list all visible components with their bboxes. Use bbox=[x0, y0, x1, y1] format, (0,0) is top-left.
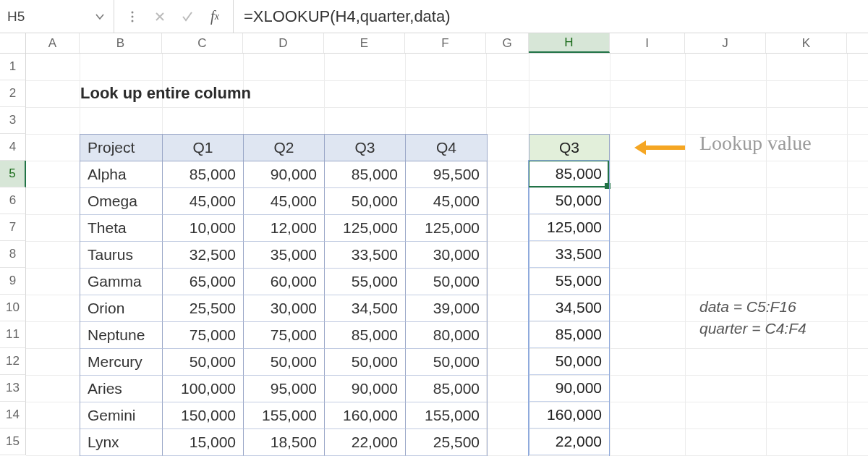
table-cell[interactable]: 34,500 bbox=[325, 295, 406, 322]
chevron-down-icon[interactable] bbox=[90, 7, 109, 26]
col-header-K[interactable]: K bbox=[766, 33, 847, 53]
row-header-5[interactable]: 5 bbox=[0, 161, 26, 187]
row-header-7[interactable]: 7 bbox=[0, 214, 26, 241]
col-header-F[interactable]: F bbox=[405, 33, 486, 53]
table-cell[interactable]: 125,000 bbox=[325, 215, 406, 242]
table-cell[interactable]: 50,000 bbox=[325, 349, 406, 376]
table-cell[interactable]: 55,000 bbox=[325, 269, 406, 295]
row-header-15[interactable]: 15 bbox=[0, 428, 26, 455]
table-cell[interactable]: 35,000 bbox=[244, 242, 325, 269]
table-cell[interactable]: 30,000 bbox=[406, 242, 487, 269]
table-cell[interactable]: 95,500 bbox=[406, 161, 487, 188]
row-header-3[interactable]: 3 bbox=[0, 107, 26, 134]
row-header-9[interactable]: 9 bbox=[0, 268, 26, 295]
table-cell[interactable]: Omega bbox=[80, 188, 163, 215]
row-header-4[interactable]: 4 bbox=[0, 134, 26, 161]
table-cell[interactable]: 155,000 bbox=[244, 402, 325, 429]
table-header-cell[interactable]: Q4 bbox=[406, 135, 487, 161]
table-cell[interactable]: 25,500 bbox=[163, 295, 244, 322]
result-cell[interactable]: 90,000 bbox=[529, 375, 610, 402]
table-cell[interactable]: 39,000 bbox=[406, 295, 487, 322]
lookup-value-cell[interactable]: Q3 bbox=[529, 134, 610, 161]
table-cell[interactable]: Taurus bbox=[80, 242, 163, 269]
table-cell[interactable]: 25,500 bbox=[406, 429, 487, 456]
table-cell[interactable]: Gamma bbox=[80, 269, 163, 295]
table-cell[interactable]: 85,000 bbox=[406, 376, 487, 402]
table-cell[interactable]: Lynx bbox=[80, 429, 163, 456]
row-header-13[interactable]: 13 bbox=[0, 375, 26, 402]
table-cell[interactable]: Alpha bbox=[80, 161, 163, 188]
row-header-14[interactable]: 14 bbox=[0, 402, 26, 428]
result-cell[interactable]: 50,000 bbox=[529, 348, 610, 375]
table-cell[interactable]: 75,000 bbox=[244, 322, 325, 349]
result-cell[interactable]: 85,000 bbox=[529, 161, 610, 187]
table-cell[interactable]: 65,000 bbox=[163, 269, 244, 295]
table-cell[interactable]: 160,000 bbox=[325, 402, 406, 429]
table-cell[interactable]: 50,000 bbox=[244, 349, 325, 376]
table-cell[interactable]: Gemini bbox=[80, 402, 163, 429]
cancel-icon[interactable] bbox=[149, 6, 171, 28]
result-cell[interactable]: 55,000 bbox=[529, 268, 610, 295]
col-header-C[interactable]: C bbox=[162, 33, 243, 53]
name-box-value[interactable]: H5 bbox=[0, 9, 90, 25]
row-header-2[interactable]: 2 bbox=[0, 80, 26, 107]
select-all-corner[interactable] bbox=[0, 33, 26, 53]
formula-input[interactable]: =XLOOKUP(H4,quarter,data) bbox=[234, 0, 868, 33]
result-cell[interactable]: 22,000 bbox=[529, 428, 610, 455]
table-cell[interactable]: 125,000 bbox=[406, 215, 487, 242]
table-cell[interactable]: 150,000 bbox=[163, 402, 244, 429]
result-cell[interactable]: 85,000 bbox=[529, 321, 610, 348]
table-cell[interactable]: 85,000 bbox=[325, 322, 406, 349]
table-cell[interactable]: Mercury bbox=[80, 349, 163, 376]
table-cell[interactable]: 90,000 bbox=[325, 376, 406, 402]
table-cell[interactable]: 45,000 bbox=[244, 188, 325, 215]
col-header-B[interactable]: B bbox=[80, 33, 162, 53]
result-cell[interactable]: 33,500 bbox=[529, 241, 610, 268]
table-cell[interactable]: 100,000 bbox=[163, 376, 244, 402]
table-cell[interactable]: 50,000 bbox=[325, 188, 406, 215]
table-header-cell[interactable]: Q1 bbox=[163, 135, 244, 161]
table-cell[interactable]: 22,000 bbox=[325, 429, 406, 456]
row-header-10[interactable]: 10 bbox=[0, 295, 26, 321]
table-cell[interactable]: 45,000 bbox=[406, 188, 487, 215]
col-header-G[interactable]: G bbox=[486, 33, 529, 53]
table-cell[interactable]: 50,000 bbox=[163, 349, 244, 376]
row-header-8[interactable]: 8 bbox=[0, 241, 26, 268]
col-header-H[interactable]: H bbox=[529, 33, 610, 53]
table-cell[interactable]: Orion bbox=[80, 295, 163, 322]
table-cell[interactable]: 33,500 bbox=[325, 242, 406, 269]
table-header-cell[interactable]: Project bbox=[80, 135, 163, 161]
grid[interactable]: Look up entire column ProjectQ1Q2Q3Q4Alp… bbox=[26, 54, 868, 455]
table-cell[interactable]: 90,000 bbox=[244, 161, 325, 188]
result-cell[interactable]: 125,000 bbox=[529, 214, 610, 241]
col-header-J[interactable]: J bbox=[685, 33, 766, 53]
table-cell[interactable]: 15,000 bbox=[163, 429, 244, 456]
dots-icon[interactable] bbox=[122, 6, 143, 28]
row-header-1[interactable]: 1 bbox=[0, 54, 26, 80]
table-cell[interactable]: 12,000 bbox=[244, 215, 325, 242]
enter-icon[interactable] bbox=[176, 6, 198, 28]
table-cell[interactable]: 18,500 bbox=[244, 429, 325, 456]
col-header-E[interactable]: E bbox=[324, 33, 405, 53]
col-header-I[interactable]: I bbox=[610, 33, 685, 53]
table-cell[interactable]: 50,000 bbox=[406, 269, 487, 295]
table-cell[interactable]: 60,000 bbox=[244, 269, 325, 295]
table-cell[interactable]: 80,000 bbox=[406, 322, 487, 349]
name-box[interactable]: H5 bbox=[0, 0, 114, 33]
row-header-6[interactable]: 6 bbox=[0, 187, 26, 214]
row-header-12[interactable]: 12 bbox=[0, 348, 26, 375]
table-cell[interactable]: Aries bbox=[80, 376, 163, 402]
table-cell[interactable]: 75,000 bbox=[163, 322, 244, 349]
table-cell[interactable]: 32,500 bbox=[163, 242, 244, 269]
result-cell[interactable]: 50,000 bbox=[529, 187, 610, 214]
col-header-D[interactable]: D bbox=[243, 33, 324, 53]
fx-icon[interactable]: fx bbox=[204, 6, 226, 28]
table-cell[interactable]: 10,000 bbox=[163, 215, 244, 242]
row-header-11[interactable]: 11 bbox=[0, 321, 26, 348]
table-cell[interactable]: Neptune bbox=[80, 322, 163, 349]
table-header-cell[interactable]: Q3 bbox=[325, 135, 406, 161]
col-header-A[interactable]: A bbox=[26, 33, 80, 53]
table-cell[interactable]: 85,000 bbox=[325, 161, 406, 188]
result-cell[interactable]: 34,500 bbox=[529, 295, 610, 321]
table-cell[interactable]: 45,000 bbox=[163, 188, 244, 215]
